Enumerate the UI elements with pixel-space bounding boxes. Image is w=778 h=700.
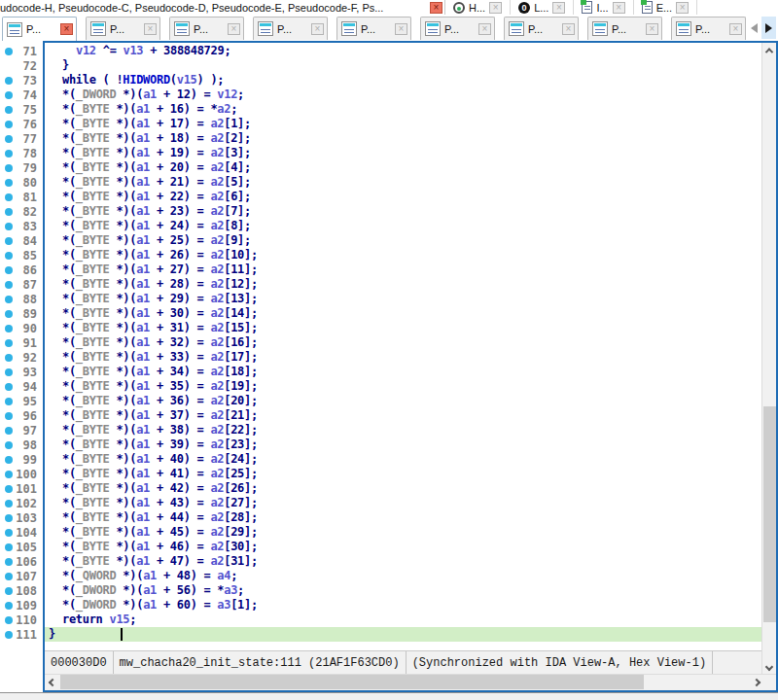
code-line[interactable]: *(_BYTE *)(a1 + 35) = a2[19]; [45, 379, 761, 394]
code-line[interactable]: *(_BYTE *)(a1 + 24) = a2[8]; [45, 219, 761, 233]
line-mark-dot[interactable] [5, 325, 13, 332]
code-line[interactable]: *(_BYTE *)(a1 + 39) = a2[23]; [45, 438, 761, 452]
close-icon[interactable]: × [562, 23, 575, 35]
line-mark-dot[interactable] [5, 602, 13, 610]
code-line[interactable]: *(_BYTE *)(a1 + 40) = a2[24]; [45, 452, 761, 467]
tab-scroll-left-button[interactable] [747, 17, 761, 39]
line-mark-dot[interactable] [5, 427, 13, 435]
code-line[interactable]: *(_BYTE *)(a1 + 26) = a2[10]; [45, 248, 761, 262]
vertical-scroll-thumb[interactable] [763, 406, 776, 622]
code-line[interactable]: *(_BYTE *)(a1 + 45) = a2[29]; [45, 525, 761, 540]
pseudocode-tab[interactable]: P... × [504, 17, 579, 40]
line-mark-dot[interactable] [5, 266, 13, 274]
code-line[interactable]: *(_BYTE *)(a1 + 34) = a2[18]; [45, 365, 761, 379]
code-line[interactable]: *(_BYTE *)(a1 + 47) = a2[31]; [45, 554, 761, 569]
pseudocode-tab[interactable]: P... × [86, 17, 160, 40]
scroll-right-icon[interactable] [749, 675, 763, 690]
close-icon[interactable]: × [430, 2, 442, 14]
code-line[interactable]: *(_BYTE *)(a1 + 32) = a2[16]; [45, 335, 761, 350]
line-mark-dot[interactable] [5, 310, 13, 318]
vertical-scrollbar[interactable] [761, 43, 776, 674]
code-line[interactable]: } [45, 627, 761, 642]
line-mark-dot[interactable] [5, 543, 13, 551]
code-line[interactable]: *(_DWORD *)(a1 + 60) = a3[1]; [45, 598, 761, 612]
line-mark-dot[interactable] [5, 77, 13, 85]
close-icon[interactable]: × [395, 23, 407, 35]
line-mark-dot[interactable] [5, 252, 13, 260]
close-icon[interactable]: × [646, 23, 658, 35]
code-line[interactable]: *(_BYTE *)(a1 + 27) = a2[11]; [45, 262, 761, 277]
pseudocode-group-tab[interactable]: udocode-H, Pseudocode-C, Pseudocode-D, P… [0, 0, 445, 15]
code-line[interactable]: *(_BYTE *)(a1 + 46) = a2[30]; [45, 540, 761, 554]
line-mark-dot[interactable] [5, 616, 13, 624]
line-mark-dot[interactable] [5, 398, 13, 405]
code-line[interactable]: return v15; [45, 612, 761, 627]
code-line[interactable]: *(_BYTE *)(a1 + 43) = a2[27]; [45, 496, 761, 510]
line-mark-dot[interactable] [5, 631, 13, 639]
line-mark-dot[interactable] [5, 441, 13, 449]
line-mark-dot[interactable] [5, 223, 13, 230]
line-mark-dot[interactable] [5, 296, 13, 303]
code-line[interactable]: *(_BYTE *)(a1 + 29) = a2[13]; [45, 292, 761, 306]
line-mark-dot[interactable] [5, 485, 13, 493]
code-line[interactable]: *(_BYTE *)(a1 + 17) = a2[1]; [45, 117, 761, 131]
code-line[interactable]: *(_BYTE *)(a1 + 41) = a2[25]; [45, 467, 761, 481]
pseudocode-tab[interactable]: P... × [169, 17, 244, 40]
close-icon[interactable]: × [478, 23, 491, 35]
view-tab[interactable]: E... × [634, 0, 698, 15]
close-icon[interactable]: × [60, 23, 73, 35]
code-line[interactable]: *(_BYTE *)(a1 + 23) = a2[7]; [45, 204, 761, 219]
line-mark-dot[interactable] [5, 135, 13, 143]
line-mark-dot[interactable] [5, 514, 13, 522]
line-mark-dot[interactable] [5, 456, 13, 464]
code-line[interactable]: while ( !HIDWORD(v15) ); [45, 73, 761, 88]
code-line[interactable]: *(_BYTE *)(a1 + 38) = a2[22]; [45, 423, 761, 438]
line-mark-dot[interactable] [5, 558, 13, 566]
close-icon[interactable]: × [228, 23, 240, 35]
line-mark-dot[interactable] [5, 91, 13, 99]
pseudocode-tab[interactable]: P... × [671, 17, 746, 40]
code-line[interactable]: *(_BYTE *)(a1 + 33) = a2[17]; [45, 350, 761, 365]
code-area[interactable]: v12 ^= v13 + 388848729;}while ( !HIDWORD… [45, 43, 761, 650]
close-icon[interactable]: × [311, 23, 324, 35]
pseudocode-tab[interactable]: P... × [587, 17, 662, 40]
line-mark-dot[interactable] [5, 237, 13, 245]
pseudocode-tab[interactable]: P... × [420, 17, 495, 40]
line-mark-dot[interactable] [5, 383, 13, 391]
code-line[interactable]: *(_BYTE *)(a1 + 18) = a2[2]; [45, 131, 761, 146]
line-mark-dot[interactable] [5, 500, 13, 508]
line-mark-dot[interactable] [5, 193, 13, 201]
code-line[interactable]: *(_BYTE *)(a1 + 31) = a2[15]; [45, 321, 761, 335]
code-line[interactable]: } [45, 58, 761, 73]
code-line[interactable]: *(_BYTE *)(a1 + 28) = a2[12]; [45, 277, 761, 292]
code-line[interactable]: *(_DWORD *)(a1 + 12) = v12; [45, 88, 761, 102]
code-line[interactable]: *(_BYTE *)(a1 + 21) = a2[5]; [45, 175, 761, 190]
line-mark-dot[interactable] [5, 412, 13, 420]
view-tab[interactable]: H... × [445, 0, 511, 15]
line-mark-dot[interactable] [5, 48, 13, 55]
scroll-down-icon[interactable] [762, 659, 776, 674]
close-icon[interactable]: × [613, 2, 625, 14]
line-mark-dot[interactable] [5, 587, 13, 595]
line-mark-dot[interactable] [5, 529, 13, 537]
close-icon[interactable]: × [144, 23, 157, 35]
code-line[interactable]: *(_BYTE *)(a1 + 44) = a2[28]; [45, 510, 761, 525]
scroll-up-icon[interactable] [762, 43, 776, 57]
code-line[interactable]: *(_BYTE *)(a1 + 30) = a2[14]; [45, 306, 761, 321]
code-line[interactable]: *(_BYTE *)(a1 + 37) = a2[21]; [45, 408, 761, 423]
line-mark-dot[interactable] [5, 354, 13, 362]
close-icon[interactable]: × [729, 23, 742, 35]
code-line[interactable]: v12 ^= v13 + 388848729; [45, 44, 761, 58]
pseudocode-tab[interactable]: P... × [2, 17, 77, 41]
view-tab[interactable]: I... × [574, 0, 633, 15]
horizontal-scrollbar[interactable] [45, 674, 776, 690]
tab-scroll-right-button[interactable] [761, 17, 776, 39]
line-mark-dot[interactable] [5, 281, 13, 289]
scroll-left-icon[interactable] [45, 675, 59, 690]
line-mark-dot[interactable] [5, 339, 13, 347]
line-mark-dot[interactable] [5, 106, 13, 114]
line-mark-dot[interactable] [5, 471, 13, 478]
line-mark-dot[interactable] [5, 179, 13, 187]
code-line[interactable]: *(_BYTE *)(a1 + 25) = a2[9]; [45, 233, 761, 248]
horizontal-scroll-thumb[interactable] [60, 675, 644, 689]
